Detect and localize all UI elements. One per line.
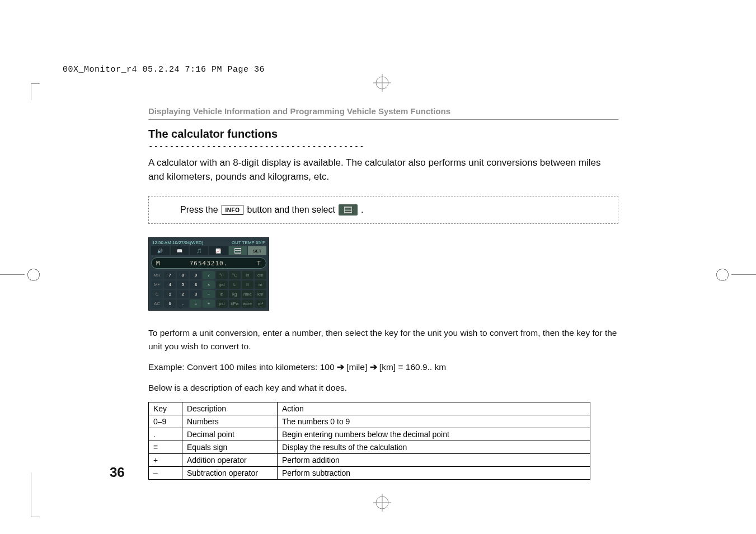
print-header: 00X_Monitor_r4 05.2.24 7:16 PM Page 36 (63, 65, 265, 74)
calc-tab-icon: 🎵 (190, 246, 208, 255)
calc-tab-set: SET (248, 246, 266, 255)
table-header: Action (278, 402, 590, 415)
calc-key: cm (255, 271, 266, 279)
calc-key: mile (242, 290, 253, 298)
calc-key: . (177, 299, 189, 308)
calc-key: °F (216, 271, 228, 279)
calc-key: 4 (164, 280, 176, 289)
instruction-text: button and then select (247, 205, 335, 215)
calc-key: m (255, 280, 266, 289)
calc-key: lb (216, 290, 228, 298)
calc-key: m² (255, 299, 266, 308)
calc-tab-icon: 🔊 (151, 246, 170, 255)
calc-key: gal (216, 280, 228, 289)
calc-temp: OUT TEMP 65°F (232, 240, 265, 245)
page-title: The calculator functions (148, 128, 618, 140)
calc-tab-selected (229, 246, 247, 255)
calculator-screenshot: 12:50 AM 10/27/04(WED) OUT TEMP 65°F 🔊 📖… (148, 237, 269, 311)
calc-key: kg (229, 290, 241, 298)
calc-key: kPa (229, 299, 241, 308)
calc-key: 3 (190, 290, 201, 298)
table-header: Description (182, 402, 278, 415)
calc-key: 5 (177, 280, 189, 289)
calc-time: 12:50 AM 10/27/04(WED) (152, 240, 203, 245)
crop-mark (731, 274, 756, 275)
calc-key: 6 (190, 280, 201, 289)
calc-key: psi (216, 299, 228, 308)
calc-key: 7 (164, 271, 176, 279)
calc-key: M+ (151, 280, 163, 289)
section-breadcrumb: Displaying Vehicle Information and Progr… (148, 106, 618, 116)
table-row: +Addition operatorPerform addition (149, 454, 590, 467)
calc-key: 2 (177, 290, 189, 298)
arrow-icon: ➔ (370, 362, 377, 372)
divider (148, 119, 618, 120)
table-row: Key Description Action (149, 402, 590, 415)
calc-tab-icon: 📖 (171, 246, 189, 255)
table-intro: Below is a description of each key and w… (148, 381, 618, 394)
calc-tab-icon: 📈 (209, 246, 228, 255)
calc-display: M 76543210. T (151, 257, 266, 269)
registration-mark-icon (373, 74, 391, 92)
key-description-table: Key Description Action 0–9NumbersThe num… (148, 402, 590, 480)
calc-key: in (242, 271, 253, 279)
instruction-text: Press the (180, 205, 218, 215)
instruction-box: Press the INFO button and then select . (148, 196, 618, 224)
page-number: 36 (110, 465, 125, 480)
crop-mark (0, 274, 25, 275)
instruction-text: . (361, 205, 363, 215)
table-row: 0–9NumbersThe numbers 0 to 9 (149, 415, 590, 428)
calc-key: km (255, 290, 266, 298)
calc-key: × (203, 280, 214, 289)
table-row: =Equals signDisplay the results of the c… (149, 441, 590, 454)
table-row: –Subtraction operatorPerform subtraction (149, 467, 590, 480)
calc-key: acre (242, 299, 253, 308)
calc-key: AC (151, 299, 163, 308)
calc-key: MR (151, 271, 163, 279)
example-line: Example: Convert 100 miles into kilomete… (148, 360, 618, 373)
registration-mark-icon (373, 494, 391, 512)
crop-mark (31, 472, 40, 517)
arrow-icon: ➔ (337, 362, 344, 372)
conversion-paragraph: To perform a unit conversion, enter a nu… (148, 326, 618, 353)
calc-key: / (203, 271, 214, 279)
calc-key: C (151, 290, 163, 298)
calc-tabs: 🔊 📖 🎵 📈 SET (151, 246, 266, 255)
intro-paragraph: A calculator with an 8-digit display is … (148, 156, 618, 184)
calculator-tab-icon (339, 204, 358, 216)
crop-mark (31, 83, 40, 100)
table-header: Key (149, 402, 182, 415)
calc-key: ft (242, 280, 253, 289)
calc-key: + (203, 299, 214, 308)
calc-key: 9 (190, 271, 201, 279)
calc-keypad: MR 7 8 9 / °F °C in cm M+ 4 5 6 × gal L … (151, 271, 266, 308)
table-row: .Decimal pointBegin entering numbers bel… (149, 428, 590, 441)
dash-rule: ----------------------------------------… (148, 142, 618, 151)
calc-key: − (203, 290, 214, 298)
info-button-icon: INFO (222, 205, 244, 215)
calc-key: = (190, 299, 201, 308)
calc-key: 1 (164, 290, 176, 298)
calc-key: 8 (177, 271, 189, 279)
calc-key: °C (229, 271, 241, 279)
calc-key: 0 (164, 299, 176, 308)
calc-key: L (229, 280, 241, 289)
